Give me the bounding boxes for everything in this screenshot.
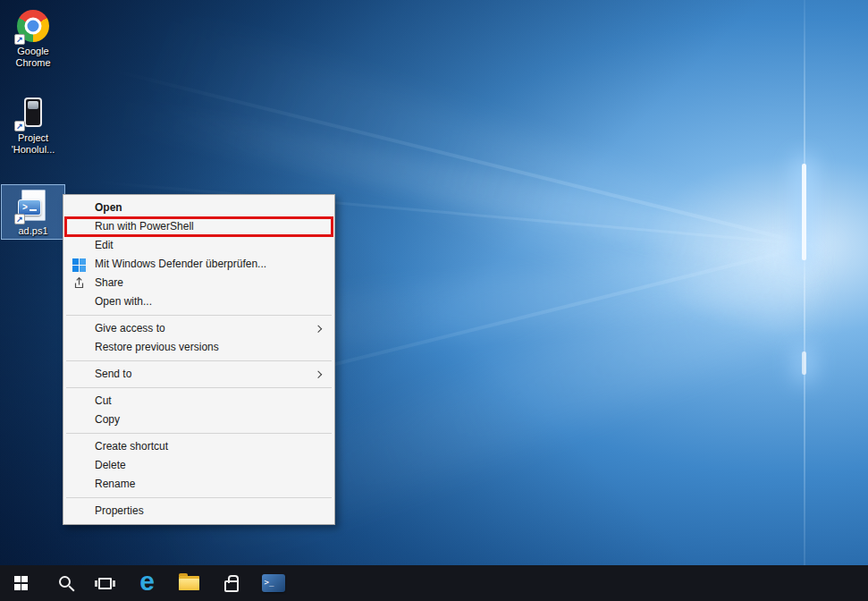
defender-icon — [72, 258, 87, 272]
menu-item-label: Restore previous versions — [95, 341, 219, 353]
menu-item-label: Properties — [95, 504, 144, 517]
desktop-icon-adps1[interactable]: ad.ps1 — [1, 184, 65, 240]
window-edge-glow — [802, 164, 806, 260]
menu-item-label: Cut — [95, 394, 112, 407]
project-app-icon — [16, 96, 50, 130]
taskbar: e >_ — [0, 565, 868, 601]
chrome-icon — [16, 9, 50, 43]
task-view-button[interactable] — [84, 565, 126, 601]
menu-separator — [66, 387, 332, 388]
edge-taskbar-button[interactable]: e — [126, 565, 168, 601]
chevron-right-icon — [315, 325, 322, 332]
powershell-taskbar-button[interactable]: >_ — [252, 565, 294, 601]
store-taskbar-button[interactable] — [210, 565, 252, 601]
menu-item-open-with[interactable]: Open with... — [64, 292, 333, 311]
menu-item-label: Create shortcut — [95, 440, 168, 453]
context-menu: Open Run with PowerShell Edit Mit Window… — [63, 194, 335, 525]
windows-desktop: Google Chrome Project 'Honolul... ad.ps1… — [0, 0, 868, 601]
desktop-icon-label: Project 'Honolul... — [2, 132, 64, 156]
menu-item-label: Send to — [95, 368, 131, 380]
menu-item-label: Delete — [95, 459, 126, 471]
menu-item-label: Run with PowerShell — [95, 220, 194, 233]
desktop-icon-project-honolulu[interactable]: Project 'Honolul... — [1, 92, 65, 157]
menu-item-open[interactable]: Open — [64, 199, 333, 217]
shortcut-arrow-icon — [14, 34, 25, 45]
task-view-icon — [98, 578, 112, 589]
menu-item-share[interactable]: Share — [64, 274, 333, 292]
menu-separator — [66, 315, 332, 316]
chevron-right-icon — [315, 370, 322, 377]
menu-item-cut[interactable]: Cut — [64, 392, 333, 411]
menu-item-label: Open — [95, 201, 122, 214]
menu-item-label: Rename — [95, 478, 135, 490]
search-icon — [59, 576, 71, 588]
menu-item-rename[interactable]: Rename — [64, 475, 333, 494]
share-icon — [72, 276, 87, 291]
desktop-icon-label: Google Chrome — [2, 46, 64, 69]
menu-item-run-with-powershell[interactable]: Run with PowerShell — [64, 217, 333, 236]
menu-item-copy[interactable]: Copy — [64, 411, 333, 429]
menu-separator — [66, 360, 332, 361]
menu-item-edit[interactable]: Edit — [64, 236, 333, 255]
store-bag-icon — [224, 580, 239, 592]
menu-item-delete[interactable]: Delete — [64, 456, 333, 475]
device-icon — [24, 97, 42, 127]
window-edge-line — [804, 0, 805, 565]
edge-icon: e — [139, 568, 155, 595]
menu-item-label: Copy — [95, 413, 120, 426]
menu-item-create-shortcut[interactable]: Create shortcut — [64, 437, 333, 456]
menu-item-label: Open with... — [95, 295, 152, 308]
shortcut-arrow-icon — [14, 214, 25, 224]
powershell-script-icon — [16, 189, 50, 223]
menu-separator — [66, 497, 332, 498]
window-edge-glow — [802, 351, 806, 375]
menu-item-label: Edit — [95, 239, 114, 251]
chrome-center — [25, 18, 42, 35]
menu-item-properties[interactable]: Properties — [64, 502, 333, 521]
start-button[interactable] — [0, 565, 42, 601]
desktop-icon-google-chrome[interactable]: Google Chrome — [1, 5, 65, 71]
menu-item-send-to[interactable]: Send to — [64, 365, 333, 384]
menu-item-give-access-to[interactable]: Give access to — [64, 319, 333, 338]
menu-item-label: Share — [95, 276, 123, 289]
menu-item-label: Give access to — [95, 322, 165, 334]
file-explorer-taskbar-button[interactable] — [168, 565, 210, 601]
menu-item-restore-previous-versions[interactable]: Restore previous versions — [64, 338, 333, 357]
shortcut-arrow-icon — [14, 121, 25, 131]
menu-item-windows-defender-scan[interactable]: Mit Windows Defender überprüfen... — [64, 255, 333, 274]
search-button[interactable] — [42, 565, 84, 601]
powershell-icon: >_ — [262, 574, 285, 592]
menu-separator — [66, 433, 332, 434]
windows-logo-icon — [14, 576, 29, 590]
desktop-icon-label: ad.ps1 — [2, 225, 64, 237]
folder-icon — [179, 576, 199, 590]
menu-item-label: Mit Windows Defender überprüfen... — [95, 258, 266, 270]
